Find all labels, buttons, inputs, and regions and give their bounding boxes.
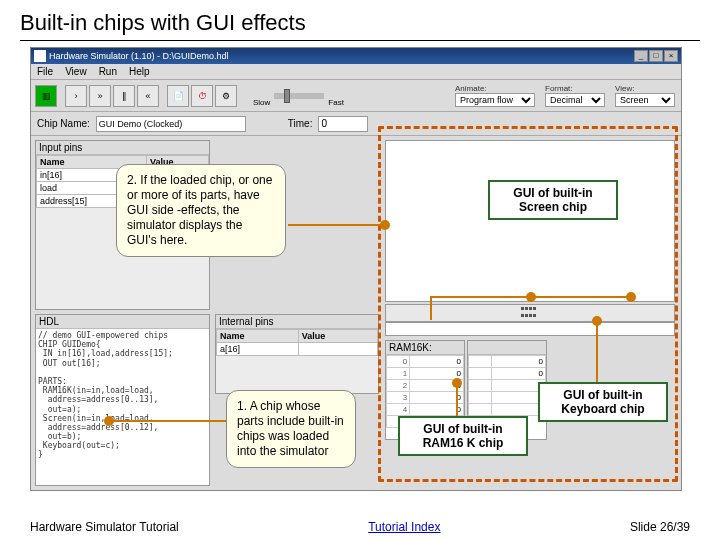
internal-pins-panel: Internal pins NameValue a[16] [215, 314, 379, 394]
time-field[interactable] [318, 116, 368, 132]
speed-slider[interactable] [274, 93, 324, 99]
menu-help[interactable]: Help [129, 66, 150, 77]
window-buttons: _ □ × [634, 50, 678, 62]
maximize-button[interactable]: □ [649, 50, 663, 62]
menu-bar: File View Run Help [31, 64, 681, 80]
callout-1: 1. A chip whose parts include built-in c… [226, 390, 356, 468]
slide-footer: Hardware Simulator Tutorial Tutorial Ind… [0, 520, 720, 534]
chipname-label: Chip Name: [37, 118, 90, 129]
callout-2: 2. If the loaded chip, or one or more of… [116, 164, 286, 257]
hdl-header: HDL [36, 315, 209, 329]
keyboard-readout [385, 322, 675, 336]
load-script-button[interactable]: 📄 [167, 85, 189, 107]
kbd-gui-label: GUI of built-in Keyboard chip [538, 382, 668, 422]
step-button[interactable]: › [65, 85, 87, 107]
animate-select[interactable]: Program flow [455, 93, 535, 107]
slide-title: Built-in chips with GUI effects [0, 0, 720, 40]
pause-button[interactable]: ‖ [113, 85, 135, 107]
format-select[interactable]: Decimal [545, 93, 605, 107]
hdl-code: // demo GUI-empowered chips CHIP GUIDemo… [36, 329, 209, 462]
chip-bar: Chip Name: Time: [31, 112, 681, 136]
slow-label: Slow [253, 98, 270, 107]
eval-button[interactable]: ⚙ [215, 85, 237, 107]
screen-panel [385, 140, 675, 302]
screen-gui-label: GUI of built-in Screen chip [488, 180, 618, 220]
toolbar: ▥ › » ‖ « 📄 ⏱ ⚙ Slow Fast Animate: Progr… [31, 80, 681, 112]
simulator-window: Hardware Simulator (1.10) - D:\GUIDemo.h… [30, 47, 682, 491]
keyboard-panel [385, 304, 675, 322]
title-underline [20, 40, 700, 41]
ram-header: RAM16K: [386, 341, 464, 355]
ram-table-right: 0 0 0 0 0 [468, 355, 546, 416]
app-icon [34, 50, 46, 62]
chip-name-field[interactable] [96, 116, 246, 132]
window-titlebar: Hardware Simulator (1.10) - D:\GUIDemo.h… [31, 48, 681, 64]
rewind-button[interactable]: « [137, 85, 159, 107]
ram-gui-label: GUI of built-in RAM16 K chip [398, 416, 528, 456]
animate-label: Animate: [455, 84, 535, 93]
keyboard-icon [521, 307, 539, 319]
internal-pins-table: NameValue a[16] [216, 329, 378, 356]
menu-run[interactable]: Run [99, 66, 117, 77]
internal-header: Internal pins [216, 315, 378, 329]
footer-center-link[interactable]: Tutorial Index [368, 520, 440, 534]
footer-left: Hardware Simulator Tutorial [30, 520, 179, 534]
reset-button[interactable]: ⏱ [191, 85, 213, 107]
minimize-button[interactable]: _ [634, 50, 648, 62]
menu-file[interactable]: File [37, 66, 53, 77]
input-pins-header: Input pins [36, 141, 209, 155]
hdl-panel: HDL // demo GUI-empowered chips CHIP GUI… [35, 314, 210, 486]
chip-icon[interactable]: ▥ [35, 85, 57, 107]
run-button[interactable]: » [89, 85, 111, 107]
close-button[interactable]: × [664, 50, 678, 62]
fast-label: Fast [328, 98, 344, 107]
window-title: Hardware Simulator (1.10) - D:\GUIDemo.h… [49, 51, 229, 61]
time-label: Time: [288, 118, 313, 129]
view-select[interactable]: Screen [615, 93, 675, 107]
view-label: View: [615, 84, 675, 93]
menu-view[interactable]: View [65, 66, 87, 77]
footer-right: Slide 26/39 [630, 520, 690, 534]
format-label: Format: [545, 84, 605, 93]
